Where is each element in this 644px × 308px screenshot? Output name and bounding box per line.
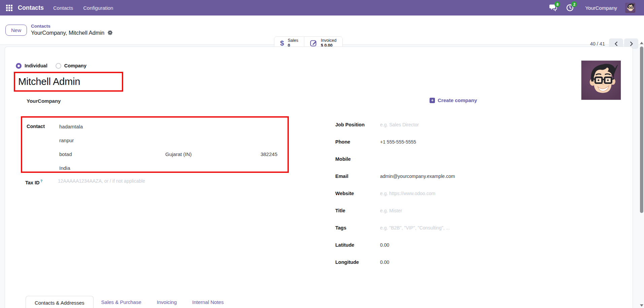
settings-gear-button[interactable]: [107, 30, 113, 35]
tax-id-label: Tax ID?: [25, 178, 58, 186]
contact-form-sheet: Individual Company Mitchell Admin YourCo…: [5, 47, 633, 308]
contact-name: Mitchell Admin: [18, 76, 80, 87]
content-area: Individual Company Mitchell Admin YourCo…: [0, 45, 644, 308]
city-field[interactable]: botad: [59, 151, 165, 158]
state-field[interactable]: Gujarat (IN): [165, 151, 261, 158]
latitude-input[interactable]: 0.00: [380, 242, 389, 249]
new-button[interactable]: New: [5, 25, 27, 36]
breadcrumb-contacts-link[interactable]: Contacts: [31, 24, 113, 29]
tax-id-row: Tax ID? 12AAAAA1234AAZA, or / if not app…: [21, 178, 289, 186]
activities-badge: 2: [571, 1, 577, 7]
dollar-icon: $: [280, 39, 284, 47]
invoiced-stat-label: Invoiced: [321, 38, 337, 43]
mobile-row: Mobile: [335, 156, 485, 163]
contact-address-block: Contact hadamtala ranpur botad Gujarat (…: [21, 116, 289, 173]
breadcrumb: Contacts YourCompany, Mitchell Admin: [31, 24, 113, 36]
street2-field[interactable]: ranpur: [59, 137, 74, 144]
company-name-field[interactable]: YourCompany: [27, 98, 289, 104]
phone-row: Phone +1 555-555-5555: [335, 138, 485, 146]
tax-id-input[interactable]: 12AAAAA1234AAZA, or / if not applicable: [58, 178, 145, 185]
create-company-button[interactable]: + Create company: [430, 97, 477, 103]
scrollbar-thumb[interactable]: [640, 47, 643, 213]
user-menu[interactable]: YourCompany: [585, 5, 617, 11]
street-field[interactable]: hadamtala: [59, 123, 83, 130]
messages-badge: 8: [554, 1, 560, 7]
control-panel: New Contacts YourCompany, Mitchell Admin…: [0, 16, 644, 45]
user-avatar[interactable]: [625, 3, 635, 13]
chevron-left-icon: [614, 41, 618, 47]
apps-menu-button[interactable]: [5, 3, 13, 12]
app-name[interactable]: Contacts: [18, 4, 44, 11]
phone-input[interactable]: +1 555-555-5555: [380, 138, 416, 146]
messages-button[interactable]: 8: [549, 3, 557, 12]
pager-count[interactable]: 40 / 41: [590, 41, 605, 47]
detail-fields: Job Position e.g. Sales Director Phone +…: [335, 121, 485, 266]
company-type-selector: Individual Company: [16, 62, 633, 69]
longitude-row: Longitude 0.00: [335, 259, 485, 266]
radio-company[interactable]: Company: [56, 63, 87, 69]
notebook-tabs: Contacts & Addresses Sales & Purchase In…: [26, 296, 624, 308]
top-navbar: Contacts Contacts Configuration 8 2 Your…: [0, 0, 644, 16]
apps-grid-icon: [6, 5, 12, 11]
radio-selected-icon: [16, 63, 22, 69]
menu-configuration[interactable]: Configuration: [83, 5, 113, 11]
longitude-input[interactable]: 0.00: [380, 259, 389, 266]
title-input[interactable]: e.g. Mister: [380, 207, 402, 214]
menu-contacts[interactable]: Contacts: [53, 5, 73, 11]
breadcrumb-current: YourCompany, Mitchell Admin: [31, 29, 104, 36]
zip-field[interactable]: 382245: [261, 151, 277, 158]
tab-invoicing[interactable]: Invoicing: [149, 296, 184, 308]
plus-square-icon: +: [430, 98, 435, 103]
website-row: Website e.g. https://www.odoo.com: [335, 190, 485, 197]
tags-row: Tags e.g. "B2B", "VIP", "Consulting", ..…: [335, 224, 485, 232]
website-input[interactable]: e.g. https://www.odoo.com: [380, 190, 435, 197]
job-position-input[interactable]: e.g. Sales Director: [380, 121, 419, 128]
name-input[interactable]: Mitchell Admin: [14, 72, 123, 92]
scroll-down-arrow[interactable]: [640, 304, 643, 307]
job-position-row: Job Position e.g. Sales Director: [335, 121, 485, 129]
tags-input[interactable]: e.g. "B2B", "VIP", "Consulting", ...: [380, 224, 450, 232]
title-row: Title e.g. Mister: [335, 207, 485, 215]
radio-individual[interactable]: Individual: [16, 63, 47, 69]
sales-stat-label: Sales: [288, 38, 298, 43]
tab-internal-notes[interactable]: Internal Notes: [184, 296, 231, 308]
help-icon[interactable]: ?: [40, 179, 42, 183]
activities-button[interactable]: 2: [566, 3, 574, 12]
chevron-right-icon: [630, 41, 633, 47]
tab-contacts-addresses[interactable]: Contacts & Addresses: [26, 296, 94, 308]
scroll-up-arrow[interactable]: [640, 42, 643, 44]
latitude-row: Latitude 0.00: [335, 242, 485, 249]
contact-label: Contact: [27, 123, 59, 130]
gear-icon: [107, 30, 113, 35]
email-input[interactable]: admin@yourcompany.example.com: [380, 173, 455, 180]
vertical-scrollbar: [640, 42, 644, 308]
tab-sales-purchase[interactable]: Sales & Purchase: [94, 296, 149, 308]
country-field[interactable]: India: [59, 164, 70, 172]
edit-invoice-icon: [310, 39, 317, 47]
radio-unselected-icon: [56, 63, 61, 69]
email-row: Email admin@yourcompany.example.com: [335, 173, 485, 180]
contact-photo[interactable]: [581, 60, 621, 100]
